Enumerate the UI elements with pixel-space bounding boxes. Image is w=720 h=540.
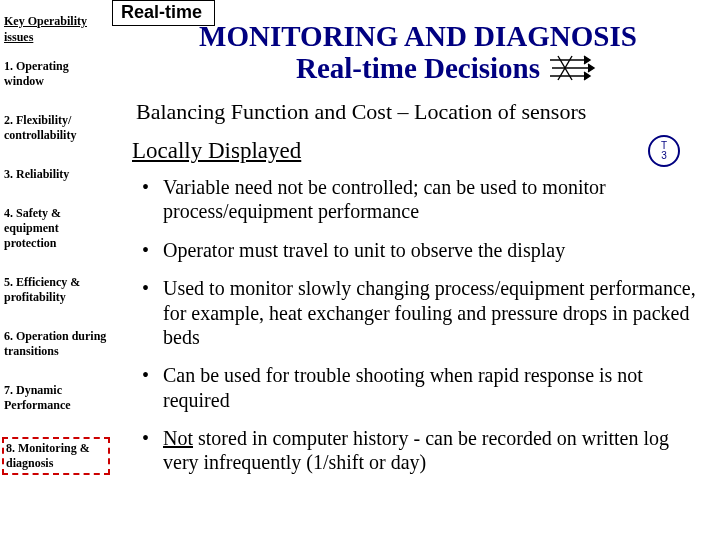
sidebar-title: Key Operability issues (4, 14, 108, 45)
list-item: • Can be used for trouble shooting when … (142, 363, 704, 412)
sidebar-item-reliability[interactable]: 3. Reliability (4, 167, 108, 182)
list-item: • Not stored in computer history - can b… (142, 426, 704, 475)
bullet-text: Can be used for trouble shooting when ra… (163, 363, 704, 412)
section-heading: Locally Displayed (132, 138, 301, 164)
bullet-text: Not stored in computer history - can be … (163, 426, 704, 475)
main-content: MONITORING AND DIAGNOSIS Real-time Decis… (112, 14, 716, 489)
list-item: • Used to monitor slowly changing proces… (142, 276, 704, 349)
sidebar-item-operating-window[interactable]: 1. Operating window (4, 59, 108, 89)
subtitle: Balancing Function and Cost – Location o… (132, 99, 704, 125)
bullet-dot-icon: • (142, 363, 149, 412)
sidebar-item-flexibility[interactable]: 2. Flexibility/ controllability (4, 113, 108, 143)
sidebar-item-dynamic-performance[interactable]: 7. Dynamic Performance (4, 383, 108, 413)
bullet-dot-icon: • (142, 426, 149, 475)
bullet-text: Used to monitor slowly changing process/… (163, 276, 704, 349)
page-title: MONITORING AND DIAGNOSIS Real-time Decis… (132, 20, 704, 85)
title-line1: MONITORING AND DIAGNOSIS (132, 20, 704, 52)
bullet-dot-icon: • (142, 175, 149, 224)
bullet-dot-icon: • (142, 276, 149, 349)
section-header: Locally Displayed T 3 (132, 135, 704, 167)
sidebar-item-monitoring-diagnosis[interactable]: 8. Monitoring & diagnosis (2, 437, 110, 475)
bullet-list: • Variable need not be controlled; can b… (132, 175, 704, 475)
sidebar-item-safety[interactable]: 4. Safety & equipment protection (4, 206, 108, 251)
sensor-bubble-icon: T 3 (648, 135, 680, 167)
sidebar-item-operation-transitions[interactable]: 6. Operation during transitions (4, 329, 108, 359)
sidebar: Key Operability issues 1. Operating wind… (0, 0, 112, 540)
title-line2: Real-time Decisions (296, 52, 540, 84)
bullet-text: Operator must travel to unit to observe … (163, 238, 565, 262)
sidebar-item-efficiency[interactable]: 5. Efficiency & profitability (4, 275, 108, 305)
bubble-line2: 3 (661, 151, 667, 161)
list-item: • Operator must travel to unit to observ… (142, 238, 704, 262)
bullet-text: Variable need not be controlled; can be … (163, 175, 704, 224)
arrows-icon (548, 54, 602, 82)
bullet-dot-icon: • (142, 238, 149, 262)
list-item: • Variable need not be controlled; can b… (142, 175, 704, 224)
